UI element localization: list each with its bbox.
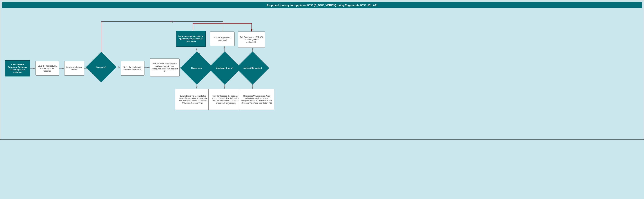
node-call-onboard: Call Onboard Corporate Customer API and … xyxy=(5,60,30,76)
node-applicant-clicks: Applicant clicks on the link xyxy=(64,61,84,76)
node-save-redirect: Save the redirectURL and expiry in the r… xyxy=(36,61,59,76)
node-wait-nium-redirect: Wait for Nium to redirect the applicant … xyxy=(150,58,180,76)
node-wait-applicant: Wait for applicant to come back xyxy=(210,31,234,46)
arrow-label-y-top: Y xyxy=(172,21,173,23)
flow-area: N Y N Y N Y Y Call Onboard Corporate Cus… xyxy=(2,12,642,138)
diagram-wrapper: Proposed journey for applicant KYC (E_DO… xyxy=(0,0,644,140)
node-redirect-expired-msg: if the redirectURL is expired, Nium redi… xyxy=(239,89,274,110)
node-show-success: Show success message to applicant and pr… xyxy=(176,31,206,47)
node-call-regenerate: Call Regenerate KYC URL API and get new … xyxy=(238,31,265,48)
node-redirect-expired: redirecURL expired xyxy=(236,51,269,85)
node-nium-redirect-success: Nium redirects the applicant after succe… xyxy=(175,89,210,110)
node-nium-no-redirect: Nium didn't redirect the applicant to yo… xyxy=(208,89,244,110)
diagram-title: Proposed journey for applicant KYC (E_DO… xyxy=(2,2,642,8)
node-is-expired: Is expired? xyxy=(86,52,116,82)
node-send-applicant: Send the applicant to the saved redirect… xyxy=(121,61,144,76)
